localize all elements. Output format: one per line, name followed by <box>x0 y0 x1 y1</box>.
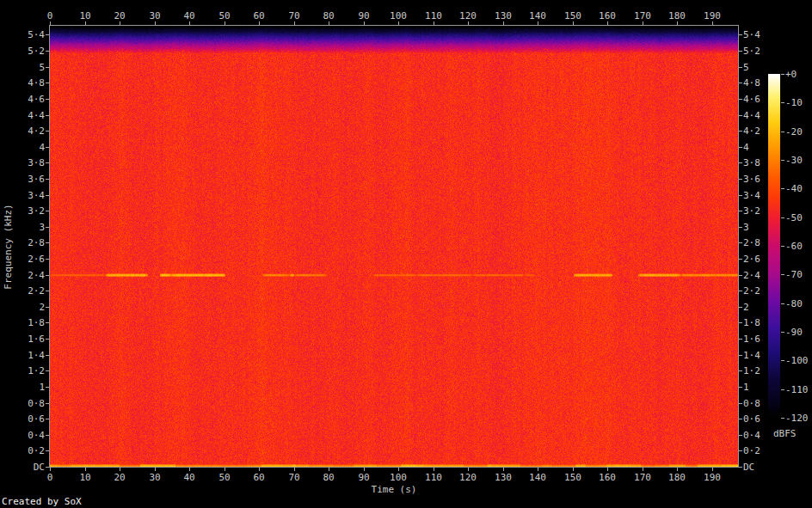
y-tick-label-left: 2·2 <box>28 286 45 296</box>
y-tick-label-left: 1·4 <box>28 351 45 360</box>
y-tick-left <box>46 83 49 83</box>
y-tick-label-right: 4 <box>743 143 749 152</box>
y-tick-left <box>46 195 49 196</box>
colorbar-tick-label: -60 <box>785 242 803 251</box>
x-tick-top <box>225 21 225 25</box>
y-tick-right <box>739 179 742 180</box>
colorbar-tick-label: -10 <box>785 98 803 107</box>
y-tick-label-left: 3·8 <box>28 158 45 168</box>
y-tick-left <box>46 179 49 180</box>
x-tick-bottom <box>50 468 51 471</box>
y-tick-right <box>739 419 742 419</box>
y-tick-label-left: 4·4 <box>28 111 45 120</box>
colorbar-tick <box>781 217 784 218</box>
x-tick-bottom <box>225 468 225 471</box>
y-tick-label-left: 5·2 <box>28 46 45 56</box>
y-tick-label-right: 0·6 <box>743 414 760 424</box>
x-tick-label-top: 40 <box>183 11 194 21</box>
y-tick-label-right: 0·2 <box>743 446 760 456</box>
x-tick-label-top: 0 <box>47 11 53 21</box>
x-tick-label-bottom: 190 <box>704 473 721 482</box>
y-tick-right <box>739 435 742 436</box>
x-tick-bottom <box>259 468 260 471</box>
y-tick-right <box>739 307 742 308</box>
y-tick-left <box>46 291 49 291</box>
axis-line-left <box>49 25 50 468</box>
x-tick-top <box>398 21 399 25</box>
y-tick-label-right: 3 <box>743 223 749 232</box>
y-tick-left <box>46 322 49 323</box>
y-tick-label-right: 2 <box>743 303 749 312</box>
y-tick-left <box>46 419 49 419</box>
y-tick-right <box>739 403 742 404</box>
sox-credit-text: Created by SoX <box>2 497 82 506</box>
y-tick-left <box>46 115 49 116</box>
x-tick-label-top: 160 <box>599 11 616 21</box>
x-tick-bottom <box>712 468 713 471</box>
colorbar-tick-label: -40 <box>785 184 803 193</box>
x-tick-label-bottom: 140 <box>529 473 546 482</box>
x-tick-label-bottom: 170 <box>634 473 651 482</box>
x-tick-label-top: 180 <box>668 11 686 21</box>
y-tick-right <box>739 131 742 132</box>
y-tick-left <box>46 162 49 163</box>
y-tick-right <box>739 211 742 211</box>
y-tick-left <box>46 227 49 228</box>
y-tick-label-right: 1·4 <box>743 351 760 360</box>
y-tick-label-left: 4·2 <box>28 126 45 136</box>
y-tick-left <box>46 403 49 404</box>
x-tick-top <box>677 21 678 25</box>
y-tick-left <box>46 370 49 371</box>
x-tick-bottom <box>677 468 678 471</box>
x-tick-label-top: 170 <box>634 11 651 21</box>
x-tick-label-top: 150 <box>564 11 581 21</box>
x-tick-top <box>607 21 608 25</box>
y-tick-right <box>739 355 742 356</box>
y-tick-right <box>739 115 742 116</box>
y-tick-label-left: DC <box>34 462 45 472</box>
x-tick-label-bottom: 30 <box>149 473 160 482</box>
y-tick-label-right: 5 <box>743 63 749 72</box>
x-tick-top <box>85 21 86 25</box>
y-tick-label-right: 4·4 <box>743 111 760 120</box>
colorbar-tick <box>781 188 784 189</box>
y-tick-right <box>739 242 742 243</box>
colorbar-tick-label: -100 <box>785 356 809 365</box>
y-tick-left <box>46 67 49 68</box>
x-tick-label-top: 20 <box>114 11 125 21</box>
y-tick-label-left: 0·8 <box>28 399 45 408</box>
x-tick-bottom <box>468 468 469 471</box>
colorbar-tick-label: -90 <box>785 327 803 337</box>
colorbar-tick <box>781 418 784 419</box>
x-tick-top <box>538 21 538 25</box>
colorbar-tick-label: -110 <box>785 385 809 395</box>
x-tick-label-top: 190 <box>704 11 721 21</box>
y-tick-label-right: 4·2 <box>743 126 760 136</box>
y-tick-right <box>739 99 742 100</box>
x-tick-label-bottom: 100 <box>390 473 407 482</box>
x-tick-label-top: 70 <box>288 11 299 21</box>
colorbar-tick <box>781 274 784 275</box>
y-tick-label-right: 1·6 <box>743 334 760 344</box>
y-tick-label-right: 3·8 <box>743 158 760 168</box>
y-tick-left <box>46 355 49 356</box>
y-tick-left <box>46 147 49 148</box>
y-tick-right <box>739 339 742 340</box>
x-tick-label-bottom: 120 <box>459 473 477 482</box>
y-tick-right <box>739 83 742 83</box>
y-tick-label-left: 4 <box>39 143 45 152</box>
x-tick-top <box>329 21 329 25</box>
colorbar-tick <box>781 74 784 75</box>
colorbar-tick <box>781 160 784 161</box>
y-tick-label-left: 4·6 <box>28 95 45 104</box>
y-tick-right <box>739 370 742 371</box>
y-tick-label-left: 0·4 <box>28 431 45 440</box>
axis-line-right <box>738 25 739 468</box>
colorbar-tick <box>781 360 784 361</box>
x-tick-label-bottom: 60 <box>253 473 264 482</box>
x-tick-label-bottom: 0 <box>47 473 53 482</box>
y-tick-label-right: 2·4 <box>743 271 760 280</box>
axis-line-top <box>49 25 739 26</box>
x-tick-label-top: 60 <box>253 11 264 21</box>
colorbar-tick-label: -120 <box>785 413 809 423</box>
